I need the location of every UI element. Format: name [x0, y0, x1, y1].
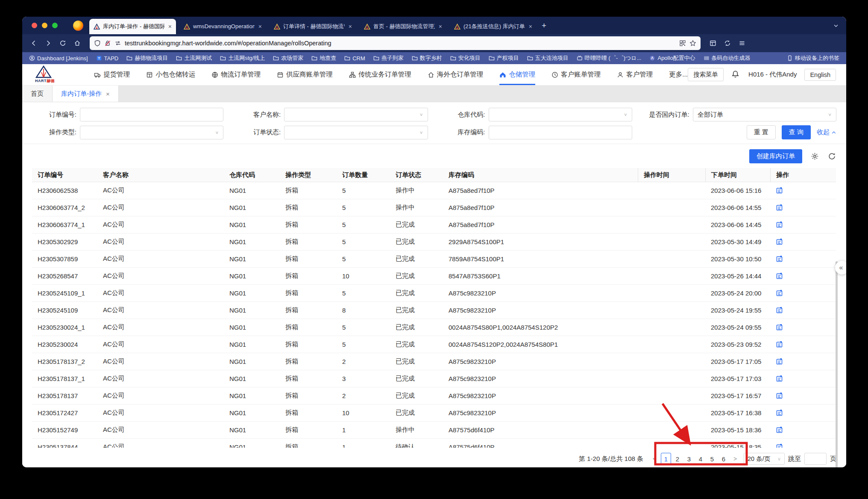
record-icon[interactable]: [776, 324, 783, 331]
nav-item-warehouse[interactable]: 仓储管理: [499, 64, 535, 85]
nav-item-bill[interactable]: 供应商账单管理: [277, 64, 333, 85]
table-scrollbar[interactable]: [836, 261, 838, 467]
insecure-lock-icon[interactable]: [104, 40, 111, 47]
bookmark-item[interactable]: 燕子到家: [373, 54, 404, 62]
close-window-button[interactable]: [32, 23, 37, 28]
record-icon[interactable]: [776, 187, 783, 194]
record-icon[interactable]: [776, 204, 783, 211]
nav-item-user[interactable]: 客户管理: [617, 64, 653, 85]
minimize-window-button[interactable]: [42, 23, 47, 28]
page-number-6[interactable]: 6: [718, 453, 729, 465]
record-icon[interactable]: [776, 392, 783, 399]
gear-icon[interactable]: [811, 152, 819, 161]
home-icon[interactable]: [71, 37, 84, 50]
record-icon[interactable]: [776, 443, 783, 448]
firefox-icon[interactable]: [73, 21, 83, 31]
record-icon[interactable]: [776, 307, 783, 314]
bookmark-item[interactable]: 条码自动生成器: [704, 54, 751, 62]
panels-icon[interactable]: [707, 37, 719, 50]
previous-page-button[interactable]: <: [649, 453, 660, 465]
create-order-button[interactable]: 创建库内订单: [749, 149, 802, 163]
bookmark-item[interactable]: 安化项目: [450, 54, 481, 62]
bookmark-item[interactable]: Apollo配置中心: [649, 54, 695, 62]
back-icon[interactable]: [27, 37, 40, 50]
collapse-link[interactable]: 收起: [817, 128, 836, 136]
page-tab[interactable]: 库内订单-操作×: [53, 86, 119, 102]
filter-select[interactable]: ∨: [284, 108, 428, 121]
menu-icon[interactable]: [736, 37, 748, 50]
bookmark-item[interactable]: 赫德物流项目: [126, 54, 168, 62]
tab-close-icon[interactable]: ×: [348, 23, 353, 30]
search-menu-button[interactable]: 搜索菜单: [688, 68, 724, 81]
sync-icon[interactable]: [721, 37, 734, 50]
collapse-handle[interactable]: «: [835, 261, 846, 275]
tab-overflow-button[interactable]: [830, 20, 842, 32]
nav-item-sitemap[interactable]: 传统业务订单管理: [349, 64, 411, 85]
record-icon[interactable]: [776, 375, 783, 382]
bookmark-item[interactable]: CRM: [344, 55, 365, 62]
bookmark-item[interactable]: 哔哩哔哩 (゜-゜)つロ...: [577, 54, 642, 62]
bookmark-item[interactable]: 数字乡村: [412, 54, 442, 62]
mobile-bookmarks-item[interactable]: 移动设备上的书签: [787, 54, 839, 62]
permissions-icon[interactable]: [114, 40, 121, 47]
tab-close-icon[interactable]: ×: [528, 23, 533, 30]
browser-tab[interactable]: 首页 - 赫德国际物流管理系统后台×: [360, 19, 446, 34]
shield-icon[interactable]: [94, 40, 101, 47]
bookmark-item[interactable]: 地查查: [311, 54, 336, 62]
close-icon[interactable]: ×: [106, 90, 110, 97]
fullscreen-window-button[interactable]: [52, 23, 58, 28]
filter-input[interactable]: [489, 126, 632, 139]
record-icon[interactable]: [776, 238, 783, 245]
page-tab[interactable]: 首页: [22, 86, 53, 102]
nav-item-clock[interactable]: 客户账单管理: [551, 64, 601, 85]
user-name[interactable]: H016 - 代伟Andy: [748, 71, 797, 79]
reset-button[interactable]: 重 置: [747, 125, 776, 139]
bookmark-item[interactable]: 土流网stg/线上: [220, 54, 265, 62]
bell-icon[interactable]: [731, 70, 741, 80]
jump-page-input[interactable]: [804, 453, 827, 465]
bookmark-item[interactable]: Dashboard [Jenkins]: [29, 55, 88, 62]
bookmark-star-icon[interactable]: [689, 40, 696, 47]
record-icon[interactable]: [776, 358, 783, 365]
nav-item-home[interactable]: 海外仓订单管理: [428, 64, 484, 85]
tab-close-icon[interactable]: ×: [258, 23, 263, 30]
forward-icon[interactable]: [42, 37, 55, 50]
page-size-select[interactable]: 20 条/页 ∨: [744, 453, 785, 465]
reload-icon[interactable]: [56, 37, 69, 50]
nav-item-more[interactable]: 更多...: [669, 64, 688, 85]
browser-tab[interactable]: wmsDevanningOperation - 赫德×: [179, 19, 266, 34]
record-icon[interactable]: [776, 221, 783, 228]
page-number-1[interactable]: 1: [661, 453, 671, 465]
bookmark-item[interactable]: 产权项目: [489, 54, 519, 62]
filter-select[interactable]: ∨: [80, 126, 223, 139]
tab-close-icon[interactable]: ×: [438, 23, 443, 30]
refresh-icon[interactable]: [828, 152, 836, 161]
page-number-4[interactable]: 4: [695, 453, 706, 465]
filter-input[interactable]: [80, 108, 223, 121]
search-button[interactable]: 查 询: [782, 125, 811, 139]
page-number-5[interactable]: 5: [707, 453, 717, 465]
next-page-button[interactable]: >: [730, 453, 740, 465]
record-icon[interactable]: [776, 272, 783, 280]
nav-item-parcel[interactable]: 小包仓储转运: [146, 64, 195, 85]
bookmark-item[interactable]: TAPD: [96, 55, 119, 62]
bookmark-item[interactable]: 农场管家: [273, 54, 303, 62]
qr-grid-icon[interactable]: [679, 40, 686, 47]
language-button[interactable]: English: [804, 69, 836, 81]
browser-tab[interactable]: 库内订单-操作 - 赫德国际物流管理×: [89, 19, 176, 34]
bookmark-item[interactable]: 五大连池项目: [527, 54, 569, 62]
url-text[interactable]: testtrunkbookingmgr.hart-worldwide.com/#…: [125, 40, 676, 47]
url-bar[interactable]: testtrunkbookingmgr.hart-worldwide.com/#…: [90, 36, 701, 50]
nav-item-globe[interactable]: 物流订单管理: [211, 64, 261, 85]
filter-select[interactable]: ∨: [284, 126, 428, 139]
browser-tab[interactable]: (21条推送信息) 库内订单-操作×: [450, 19, 537, 34]
page-number-3[interactable]: 3: [684, 453, 694, 465]
record-icon[interactable]: [776, 409, 783, 416]
bookmark-item[interactable]: 土流网测试: [176, 54, 212, 62]
record-icon[interactable]: [776, 289, 783, 297]
nav-item-truck[interactable]: 提货管理: [94, 64, 130, 85]
tab-close-icon[interactable]: ×: [167, 23, 173, 30]
record-icon[interactable]: [776, 341, 783, 348]
new-tab-button[interactable]: +: [537, 21, 551, 30]
record-icon[interactable]: [776, 255, 783, 263]
